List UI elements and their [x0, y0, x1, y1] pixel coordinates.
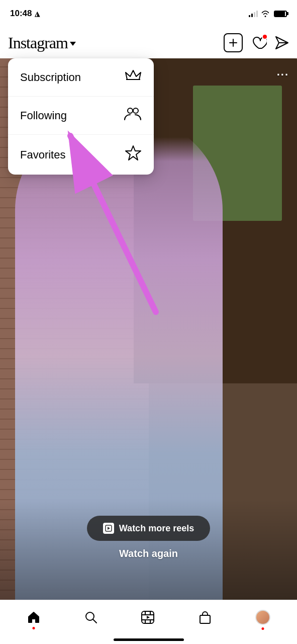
star-icon: [125, 145, 142, 165]
wifi-icon: [261, 10, 270, 17]
signal-bars: [249, 10, 258, 17]
dropdown-menu: Subscription Following Favorites: [8, 58, 154, 175]
notifications-button[interactable]: [251, 35, 267, 51]
dropdown-item-following[interactable]: Following: [8, 97, 154, 135]
reels-icon: [103, 523, 114, 534]
logo-area[interactable]: Instagram: [8, 34, 76, 52]
nav-shop[interactable]: [192, 606, 218, 628]
shop-icon: [198, 610, 212, 624]
crown-icon: [125, 68, 142, 86]
dropdown-item-subscription[interactable]: Subscription: [8, 58, 154, 97]
signal-bar-3: [254, 12, 255, 17]
home-icon: [27, 610, 41, 624]
status-bar: 10:48 ◮: [0, 0, 297, 27]
bottom-nav: [0, 600, 297, 644]
notification-dot: [262, 34, 268, 40]
profile-avatar: [255, 610, 270, 625]
nav-search[interactable]: [78, 606, 104, 628]
following-label: Following: [20, 109, 67, 122]
svg-marker-8: [108, 527, 110, 530]
dropdown-item-favorites[interactable]: Favorites: [8, 135, 154, 175]
profile-nav-dot: [262, 627, 264, 630]
svg-rect-17: [150, 611, 151, 614]
reels-nav-icon: [141, 610, 155, 624]
status-time: 10:48 ◮: [10, 9, 40, 19]
instagram-logo: Instagram: [8, 34, 68, 52]
home-indicator: [114, 638, 184, 641]
chevron-down-icon: [70, 42, 76, 46]
favorites-label: Favorites: [20, 148, 65, 162]
watch-again-button[interactable]: Watch again: [119, 548, 178, 559]
signal-bar-2: [251, 14, 253, 17]
send-icon: [275, 36, 289, 50]
watch-more-label: Watch more reels: [119, 523, 194, 534]
messages-button[interactable]: [275, 36, 289, 50]
signal-bar-1: [249, 15, 250, 17]
nav-profile[interactable]: [249, 606, 276, 629]
watch-more-button[interactable]: Watch more reels: [87, 516, 210, 541]
nav-reels[interactable]: [135, 606, 161, 628]
svg-rect-16: [145, 611, 146, 614]
header: Instagram: [0, 27, 297, 58]
battery-icon: [274, 11, 287, 17]
svg-rect-19: [150, 620, 151, 623]
header-icons: [224, 33, 289, 52]
nav-home[interactable]: [21, 606, 47, 628]
svg-rect-18: [145, 620, 146, 623]
time-label: 10:48: [10, 9, 32, 19]
add-button[interactable]: [224, 33, 243, 52]
home-nav-dot: [32, 627, 35, 629]
svg-point-4: [128, 108, 133, 113]
status-icons: [249, 10, 287, 17]
svg-line-12: [93, 619, 96, 623]
subscription-label: Subscription: [20, 71, 81, 84]
people-icon: [124, 107, 142, 124]
svg-marker-6: [126, 146, 141, 160]
svg-rect-15: [142, 619, 154, 620]
svg-rect-21: [200, 615, 210, 623]
location-icon: ◮: [35, 10, 40, 18]
svg-point-5: [133, 108, 138, 113]
search-icon: [84, 610, 98, 624]
signal-bar-4: [256, 11, 258, 17]
plus-icon: [228, 38, 238, 48]
more-options-button[interactable]: ···: [277, 68, 289, 82]
svg-rect-14: [142, 614, 154, 615]
svg-marker-20: [147, 616, 150, 619]
reel-center-overlay: Watch more reels Watch again: [0, 516, 297, 559]
